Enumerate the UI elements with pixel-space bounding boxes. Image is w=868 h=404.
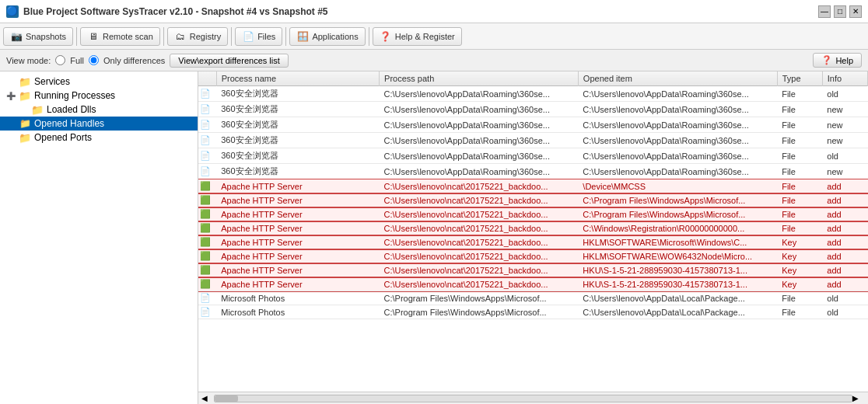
maximize-button[interactable]: □ <box>834 5 846 18</box>
row-icon: 🟩 <box>200 265 211 274</box>
row-type: File <box>777 179 822 193</box>
snapshots-label: Snapshots <box>26 32 66 41</box>
close-button[interactable]: ✕ <box>849 5 862 18</box>
registry-button[interactable]: 🗂 Registry <box>167 27 228 46</box>
row-opened-item: HKLM\SOFTWARE\WOW6432Node\Micro... <box>578 249 777 263</box>
table-row[interactable]: 🟩Apache HTTP ServerC:\Users\lenovo\ncat\… <box>198 207 868 221</box>
help-register-button[interactable]: ❓ Help & Register <box>373 27 462 46</box>
row-process-name: Apache HTTP Server <box>216 221 379 235</box>
row-icon: 📄 <box>200 151 211 160</box>
export-button[interactable]: View\export differences list <box>170 54 288 68</box>
row-icon: 📄 <box>200 120 211 129</box>
row-info: add <box>822 263 867 277</box>
table-row[interactable]: 🟩Apache HTTP ServerC:\Users\lenovo\ncat\… <box>198 235 868 249</box>
minimize-button[interactable]: — <box>818 5 831 18</box>
viewmode-diff-radio[interactable] <box>89 55 99 65</box>
row-type: File <box>777 291 822 305</box>
row-info: add <box>822 249 867 263</box>
table-row[interactable]: 📄360安全浏览器C:\Users\lenovo\AppData\Roaming… <box>198 133 868 148</box>
table-row[interactable]: 📄360安全浏览器C:\Users\lenovo\AppData\Roaming… <box>198 117 868 133</box>
help-label: Help & Register <box>395 32 455 41</box>
row-type: File <box>777 148 822 164</box>
applications-button[interactable]: 🪟 Applications <box>289 27 365 46</box>
row-opened-item: C:\Users\lenovo\AppData\Roaming\360se... <box>578 102 777 117</box>
table-row[interactable]: 📄360安全浏览器C:\Users\lenovo\AppData\Roaming… <box>198 86 868 102</box>
row-icon: 🟩 <box>200 223 211 232</box>
titlebar-left: 🔵 Blue Project Software SysTracer v2.10 … <box>6 5 328 18</box>
scroll-left-btn[interactable]: ◀ <box>201 394 214 402</box>
row-info: new <box>822 117 867 133</box>
horizontal-scrollbar[interactable]: ◀ ▶ <box>198 392 868 404</box>
table-row[interactable]: 🟩Apache HTTP ServerC:\Users\lenovo\ncat\… <box>198 193 868 207</box>
sidebar-item-opened-handles[interactable]: 📁 Opened Handles <box>0 117 198 131</box>
sidebar-item-services[interactable]: 📁 Services <box>0 75 198 89</box>
scrollbar-track[interactable] <box>214 395 852 402</box>
row-type: File <box>777 117 822 133</box>
table-row[interactable]: 📄Microsoft PhotosC:\Program Files\Window… <box>198 305 868 319</box>
row-process-path: C:\Users\lenovo\AppData\Roaming\360se... <box>380 102 579 117</box>
applications-icon: 🪟 <box>296 30 309 43</box>
row-process-name: Apache HTTP Server <box>216 207 379 221</box>
row-icon-cell: 📄 <box>198 305 216 319</box>
table-row[interactable]: 🟩Apache HTTP ServerC:\Users\lenovo\ncat\… <box>198 263 868 277</box>
folder-icon-rp: 📁 <box>19 90 31 101</box>
col-process-path[interactable]: Process path <box>380 71 579 86</box>
files-button[interactable]: 📄 Files <box>235 27 282 46</box>
row-info: old <box>822 86 867 102</box>
col-process-name[interactable]: Process name <box>216 71 379 86</box>
row-info: add <box>822 179 867 193</box>
table-row[interactable]: 🟩Apache HTTP ServerC:\Users\lenovo\ncat\… <box>198 249 868 263</box>
separator-5 <box>369 27 369 46</box>
table-row[interactable]: 📄360安全浏览器C:\Users\lenovo\AppData\Roaming… <box>198 164 868 179</box>
row-info: new <box>822 133 867 148</box>
files-icon: 📄 <box>242 30 254 43</box>
viewmode-full-label: Full <box>70 56 84 65</box>
table-container[interactable]: Process name Process path Opened item Ty… <box>198 71 868 392</box>
row-icon: 🟩 <box>200 181 211 190</box>
sidebar-item-oh-label: Opened Handles <box>34 118 104 129</box>
help-button[interactable]: ❓ Help <box>813 53 862 68</box>
sidebar-item-op-label: Opened Ports <box>34 132 92 143</box>
row-icon-cell: 🟩 <box>198 221 216 235</box>
table-row[interactable]: 🟩Apache HTTP ServerC:\Users\lenovo\ncat\… <box>198 221 868 235</box>
row-process-name: 360安全浏览器 <box>216 164 379 179</box>
row-icon-cell: 🟩 <box>198 277 216 291</box>
table-body: 📄360安全浏览器C:\Users\lenovo\AppData\Roaming… <box>198 86 868 319</box>
row-type: File <box>777 86 822 102</box>
scroll-right-btn[interactable]: ▶ <box>852 394 865 402</box>
scrollbar-thumb[interactable] <box>215 395 238 402</box>
sidebar-item-opened-ports[interactable]: 📁 Opened Ports <box>0 131 198 145</box>
help-icon: ❓ <box>380 30 392 43</box>
row-process-name: 360安全浏览器 <box>216 117 379 133</box>
row-opened-item: C:\Users\lenovo\AppData\Local\Package... <box>578 291 777 305</box>
viewmode-diff-label: Only differences <box>103 56 165 65</box>
row-info: add <box>822 235 867 249</box>
row-icon: 📄 <box>200 89 211 98</box>
table-row[interactable]: 🟩Apache HTTP ServerC:\Users\lenovo\ncat\… <box>198 179 868 193</box>
col-type[interactable]: Type <box>777 71 822 86</box>
snapshots-button[interactable]: 📷 Snapshots <box>3 27 73 46</box>
row-opened-item: C:\Users\lenovo\AppData\Roaming\360se... <box>578 117 777 133</box>
sidebar-item-loaded-dlls[interactable]: 📁 Loaded Dlls <box>0 103 198 117</box>
separator-2 <box>163 27 164 46</box>
row-icon-cell: 📄 <box>198 164 216 179</box>
titlebar-controls[interactable]: — □ ✕ <box>818 5 862 18</box>
row-icon: 🟩 <box>200 279 211 288</box>
row-opened-item: C:\Windows\Registration\R00000000000... <box>578 221 777 235</box>
table-row[interactable]: 📄360安全浏览器C:\Users\lenovo\AppData\Roaming… <box>198 102 868 117</box>
row-process-path: C:\Users\lenovo\ncat\20175221_backdoo... <box>380 179 579 193</box>
sidebar-item-running-processes[interactable]: ➕ 📁 Running Processes <box>0 89 198 103</box>
table-row[interactable]: 📄Microsoft PhotosC:\Program Files\Window… <box>198 291 868 305</box>
row-icon-cell: 🟩 <box>198 179 216 193</box>
row-process-name: Apache HTTP Server <box>216 277 379 291</box>
row-info: new <box>822 102 867 117</box>
table-row[interactable]: 🟩Apache HTTP ServerC:\Users\lenovo\ncat\… <box>198 277 868 291</box>
table-row[interactable]: 📄360安全浏览器C:\Users\lenovo\AppData\Roaming… <box>198 148 868 164</box>
row-icon-cell: 🟩 <box>198 193 216 207</box>
app-icon: 🔵 <box>6 5 19 18</box>
row-type: File <box>777 193 822 207</box>
remote-scan-button[interactable]: 🖥 Remote scan <box>80 27 160 46</box>
col-info[interactable]: Info <box>822 71 867 86</box>
viewmode-full-radio[interactable] <box>55 55 65 65</box>
col-opened-item[interactable]: Opened item <box>578 71 777 86</box>
